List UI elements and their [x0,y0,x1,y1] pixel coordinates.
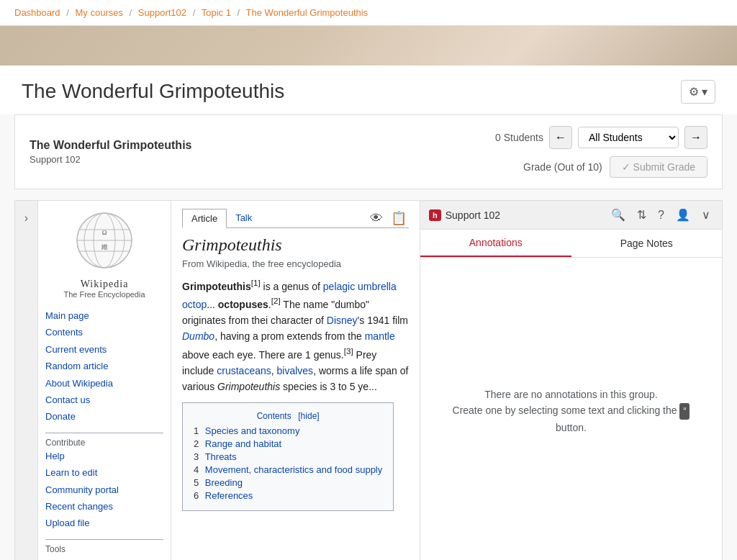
article-ref2[interactable]: [2] [271,296,281,305]
article-link-disney[interactable]: Disney [327,315,358,326]
annotation-empty-line1: There are no annotations in this group. [453,387,690,402]
annotation-brand-label: Support 102 [446,209,500,221]
student-count: 0 Students [495,132,543,143]
page-header: The Wonderful Grimpoteuthis ⚙ ▾ [0,66,737,114]
wiki-nav-random-article[interactable]: Random article [45,358,163,374]
article-link-mantle[interactable]: mantle [365,330,395,342]
tab-page-notes[interactable]: Page Notes [571,230,723,257]
wiki-nav-upload-file[interactable]: Upload file [45,515,163,531]
grade-controls: 0 Students ← All Students → Grade (Out o… [495,126,707,178]
wikipedia-logo: Ω 維 [45,212,163,271]
article-title: Grimpoteuthis [182,235,409,255]
assignment-course: Support 102 [30,154,191,165]
wiki-tools-section: Tools [45,539,163,554]
wiki-nav-current-events[interactable]: Current events [45,341,163,358]
breadcrumb-support102[interactable]: Support102 [138,7,186,18]
gear-dropdown-arrow: ▾ [702,85,707,99]
gear-icon: ⚙ [689,85,699,99]
assignment-title: The Wonderful Grimpoteuthis [30,139,191,152]
annotate-button[interactable]: 📋 [389,208,409,228]
tab-talk[interactable]: Talk [227,208,261,227]
breadcrumb-topic1[interactable]: Topic 1 [202,7,231,18]
annotation-body: There are no annotations in this group. … [420,258,722,560]
annotation-user-button[interactable]: 👤 [673,207,693,223]
contents-link-species[interactable]: Species and taxonomy [205,425,300,436]
wiki-nav-contact[interactable]: Contact us [45,392,163,408]
article-species-italic: Grimpoteuthis [217,381,280,392]
sidebar-toggle-button[interactable]: › [15,201,38,560]
annotation-empty-line3: button. [453,420,690,435]
article-body: Grimpoteuthis[1] is a genus of pelagic u… [182,276,409,395]
contents-link-references[interactable]: References [205,490,253,501]
breadcrumb-mycourses[interactable]: My courses [75,7,122,18]
quote-icon: “ [679,403,689,420]
svg-text:維: 維 [101,243,108,250]
annotation-header: h Support 102 🔍 ⇅ ? 👤 ∨ [420,201,722,230]
contents-item-5: 5 Breeding [194,477,382,488]
contents-list: 1 Species and taxonomy 2 Range and habit… [194,425,382,501]
svg-text:Ω: Ω [102,229,107,236]
contents-item-3: 3 Threats [194,451,382,462]
annotation-panel: h Support 102 🔍 ⇅ ? 👤 ∨ Annotations Page… [420,201,722,560]
contents-link-breeding[interactable]: Breeding [205,477,243,488]
breadcrumb-current[interactable]: The Wonderful Grimpoteuthis [246,7,368,18]
next-student-button[interactable]: → [684,126,707,149]
article-icon-buttons: 👁 📋 [368,208,409,228]
wiki-nav-contents[interactable]: Contents [45,324,163,340]
annotation-sort-button[interactable]: ⇅ [634,207,649,223]
contents-item-2: 2 Range and habitat [194,438,382,449]
annotation-tools: 🔍 ⇅ ? 👤 ∨ [608,207,713,223]
gear-button[interactable]: ⚙ ▾ [681,80,715,104]
wiki-nav-community-portal[interactable]: Community portal [45,482,163,498]
article-octopuses-bold: octopuses [218,299,268,310]
annotation-tabs: Annotations Page Notes [420,230,722,258]
annotation-expand-button[interactable]: ∨ [699,207,713,223]
annotation-search-button[interactable]: 🔍 [608,207,628,223]
visibility-toggle-button[interactable]: 👁 [368,208,385,228]
annotation-help-button[interactable]: ? [655,207,667,223]
tab-annotations[interactable]: Annotations [420,230,571,257]
article-ref3[interactable]: [3] [344,346,353,356]
hypothesis-icon: h [429,209,441,221]
wiki-nav-donate[interactable]: Donate [45,408,163,425]
wikipedia-article: Article Talk 👁 📋 Grimpoteuthis From Wiki… [171,201,420,560]
contents-item-4: 4 Movement, characteristics and food sup… [194,464,382,475]
breadcrumb-dashboard[interactable]: Dashboard [14,7,60,18]
wiki-nav-learn-to-edit[interactable]: Learn to edit [45,464,163,481]
grade-label: Grade (Out of 10) [523,161,602,173]
wiki-nav-about[interactable]: About Wikipedia [45,375,163,392]
breadcrumb: Dashboard / My courses / Support102 / To… [0,0,737,26]
article-link-dumbo[interactable]: Dumbo [182,330,214,342]
article-ref1[interactable]: [1] [251,278,261,287]
contents-header: Contents [hide] [194,410,382,421]
prev-student-button[interactable]: ← [549,126,572,149]
contents-hide-button[interactable]: [hide] [298,411,319,421]
contents-item-1: 1 Species and taxonomy [194,425,382,436]
contents-item-6: 6 References [194,490,382,501]
wikipedia-subtitle: The Free Encyclopedia [45,290,163,299]
article-link-crustaceans[interactable]: crustaceans [217,365,271,376]
article-subject-bold: Grimpoteuthis [182,281,251,292]
main-content: › Ω 維 Wikipedia The Free Encyclopedia [14,200,723,560]
contents-link-movement[interactable]: Movement, characteristics and food suppl… [205,464,382,475]
contents-link-range[interactable]: Range and habitat [205,438,281,449]
annotation-empty-message: There are no annotations in this group. … [453,387,690,436]
wikipedia-title: Wikipedia [45,279,163,290]
annotation-brand: h Support 102 [429,209,500,221]
tab-article[interactable]: Article [182,209,227,228]
wikipedia-nav: Main page Contents Current events Random… [45,307,163,554]
wiki-nav-help[interactable]: Help [45,448,163,464]
article-from-text: From Wikipedia, the free encyclopedia [182,258,409,269]
wiki-nav-recent-changes[interactable]: Recent changes [45,498,163,515]
hero-banner [0,26,737,66]
contents-link-threats[interactable]: Threats [205,451,237,462]
student-selector[interactable]: All Students [578,127,679,148]
submit-grade-button[interactable]: ✓ Submit Grade [610,156,707,178]
assignment-info: The Wonderful Grimpoteuthis Support 102 [30,139,191,165]
wiki-nav-main-page[interactable]: Main page [45,307,163,324]
article-link-bivalves[interactable]: bivalves [277,365,314,376]
wikipedia-globe-icon: Ω 維 [76,212,133,269]
wiki-contribute-section: Contribute [45,433,163,448]
student-nav: 0 Students ← All Students → [495,126,707,149]
page-title: The Wonderful Grimpoteuthis [22,80,284,103]
